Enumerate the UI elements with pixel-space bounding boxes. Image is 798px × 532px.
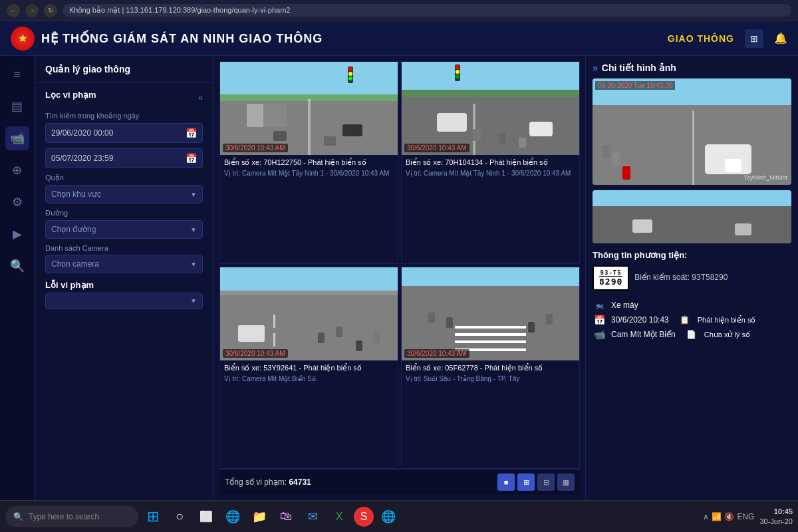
view-btn-grid9[interactable]: ⊟ — [537, 473, 555, 491]
wifi-icon: 📶 — [712, 512, 722, 521]
sidebar-crosshair-icon[interactable]: ⊕ — [5, 158, 29, 182]
road-dropdown-arrow: ▼ — [190, 226, 197, 233]
view-btn-grid16[interactable]: ▦ — [557, 473, 575, 491]
camera-detail-icon: 📹 — [593, 329, 606, 340]
status-value: Chưa xử lý số — [704, 331, 750, 339]
notification-bell-icon[interactable]: 🔔 — [774, 32, 787, 45]
taskbar-search-placeholder: Type here to search — [29, 512, 99, 521]
plate-number-label: Biển kiểm soát: 93T58290 — [634, 273, 728, 282]
video-card-2[interactable]: 30/6/2020 10:43 AM Biển số xe: 70H104134… — [401, 61, 580, 264]
taskbar-clock: 10:45 30-Jun-20 — [759, 507, 793, 526]
total-label: Tổng số vi phạm: — [225, 477, 287, 487]
view-btn-grid4[interactable]: ⊞ — [517, 473, 535, 491]
taskbar-search[interactable]: 🔍 Type here to search — [5, 506, 138, 527]
left-panel: Quản lý giao thông Lọc vi phạm « Tìm kiế… — [35, 56, 214, 500]
taskbar-folder-icon[interactable]: 📁 — [247, 505, 271, 529]
right-panel-title: Chi tiết hình ảnh — [593, 63, 791, 73]
filter-section: Lọc vi phạm « Tìm kiếm trong khoảng ngày… — [35, 83, 213, 500]
calendar-to-icon: 📅 — [186, 153, 197, 164]
refresh-button[interactable]: ↻ — [44, 4, 57, 17]
video-image-4: 30/6/2020 10:43 AM — [402, 267, 579, 360]
calendar-detail-icon: 📅 — [593, 315, 606, 325]
logo-area: ⭐ HỆ THỐNG GIÁM SÁT AN NINH GIAO THÔNG — [11, 27, 323, 51]
date-from-value: 29/06/2020 00:00 — [51, 128, 113, 138]
vehicle-info-title: Thông tin phương tiện: — [593, 250, 791, 260]
camera-placeholder: Chon camera — [51, 259, 99, 269]
taskbar-windows-icon[interactable]: ⊞ — [141, 505, 165, 529]
taskbar-store-icon[interactable]: 🛍 — [274, 505, 298, 529]
url-bar[interactable]: Không bảo mật | 113.161.179.120:389/giao… — [63, 4, 791, 17]
video-card-4[interactable]: 30/6/2020 10:43 AM Biển số xe: 05F62778 … — [401, 267, 580, 469]
road-select[interactable]: Chọn đường ▼ — [45, 220, 203, 239]
video-image-3: 30/6/2020 10:43 AM — [220, 267, 398, 360]
panel-title: Quản lý giao thông — [35, 56, 213, 83]
vehicle-type-value: Xe máy — [611, 301, 638, 310]
app-title: HỆ THỐNG GIÁM SÁT AN NINH GIAO THÔNG — [41, 31, 323, 46]
motorcycle-icon: 🏍 — [593, 300, 606, 311]
district-label: Quận — [45, 174, 203, 182]
video-info-4: Biển số xe: 05F62778 - Phát hiện biển số… — [402, 360, 579, 386]
taskbar-chrome-icon[interactable]: 🌐 — [376, 505, 400, 529]
video-card-1[interactable]: 30/6/2020 10:43 AM Biển số xe: 70H122750… — [219, 61, 398, 264]
search-glass-icon: 🔍 — [13, 512, 23, 521]
vehicle-type-row: 🏍 Xe máy — [593, 300, 791, 311]
video-card-3[interactable]: 30/6/2020 10:43 AM Biển số xe: 53Y92641 … — [219, 267, 398, 469]
taskbar-mail-icon[interactable]: ✉ — [301, 505, 325, 529]
browser-bar: ← → ↻ Không bảo mật | 113.161.179.120:38… — [0, 0, 798, 21]
video-timestamp-4: 30/6/2020 10:43 AM — [404, 349, 469, 358]
bottom-bar: Tổng số vi phạm: 64731 ■ ⊞ ⊟ ▦ — [219, 469, 580, 495]
taskbar-edge-icon[interactable]: 🌐 — [221, 505, 245, 529]
violation-select[interactable]: ▼ — [45, 293, 203, 309]
camera-select[interactable]: Chon camera ▼ — [45, 255, 203, 273]
sidebar-search-icon[interactable]: 🔍 — [5, 254, 29, 278]
video-timestamp-1: 30/6/2020 10:43 AM — [223, 144, 288, 152]
date-to-input[interactable]: 05/07/2020 23:59 📅 — [45, 148, 203, 168]
detail-datetime: 30/6/2020 10:43 — [611, 315, 669, 325]
video-timestamp-2: 30/6/2020 10:43 AM — [404, 144, 469, 152]
video-timestamp-3: 30/6/2020 10:43 AM — [223, 349, 288, 358]
detail-watermark: TayMinh_MitMot — [743, 174, 787, 181]
filter-title: Lọc vi phạm — [45, 90, 96, 100]
sys-tray-icons: ∧ 📶 🔇 ENG — [703, 512, 754, 521]
grid-icon-button[interactable]: ⊞ — [745, 29, 763, 48]
video-image-1: 30/6/2020 10:43 AM — [220, 62, 398, 155]
sidebar-play-icon[interactable]: ▶ — [5, 222, 29, 246]
sidebar-menu-icon[interactable]: ≡ — [5, 63, 29, 86]
datetime-row: 📅 30/6/2020 10:43 📋 Phát hiện biển số — [593, 315, 791, 325]
sidebar-chart-icon[interactable]: ▤ — [5, 94, 29, 118]
center-panel: 30/6/2020 10:43 AM Biển số xe: 70H122750… — [214, 56, 585, 500]
taskbar-app5-icon[interactable]: S — [354, 507, 374, 527]
taskbar-taskview-icon[interactable]: ⬜ — [194, 505, 218, 529]
camera-list-label: Danh sách Camera — [45, 244, 203, 252]
camera-name-value: Cam Mít Một Biển — [611, 330, 676, 339]
logo-icon: ⭐ — [11, 27, 35, 51]
district-select[interactable]: Chọn khu vực ▼ — [45, 185, 203, 203]
sidebar-camera-icon[interactable]: 📹 — [5, 126, 29, 150]
taskbar: 🔍 Type here to search ⊞ ○ ⬜ 🌐 📁 🛍 ✉ X S … — [0, 500, 798, 532]
video-grid: 30/6/2020 10:43 AM Biển số xe: 70H122750… — [219, 61, 580, 469]
taskbar-search-icon[interactable]: ○ — [168, 505, 192, 529]
detail-image-main: 06-30-2020 Tue 10:43:30 TayMinh_MitMot — [593, 78, 791, 185]
calendar-from-icon: 📅 — [186, 128, 197, 138]
license-plate-box: 93-T5 8290 — [593, 265, 629, 291]
road-label: Đường — [45, 209, 203, 217]
forward-button[interactable]: → — [25, 4, 39, 17]
camera-row: 📹 Cam Mít Một Biển 📄 Chưa xử lý số — [593, 329, 791, 340]
top-header: ⭐ HỆ THỐNG GIÁM SÁT AN NINH GIAO THÔNG G… — [0, 21, 798, 56]
volume-icon[interactable]: 🔇 — [724, 512, 734, 521]
chevron-up-icon[interactable]: ∧ — [703, 512, 709, 521]
video-info-1: Biển số xe: 70H122750 - Phát hiện biển s… — [220, 155, 398, 181]
camera-dropdown-arrow: ▼ — [190, 261, 197, 268]
collapse-icon[interactable]: « — [198, 93, 203, 102]
violation-type-icon: 📋 — [680, 315, 690, 325]
district-dropdown-arrow: ▼ — [190, 191, 197, 198]
view-btn-single[interactable]: ■ — [497, 473, 515, 491]
back-button[interactable]: ← — [7, 4, 20, 17]
date-from-input[interactable]: 29/06/2020 00:00 📅 — [45, 123, 203, 143]
app-container: ⭐ HỆ THỐNG GIÁM SÁT AN NINH GIAO THÔNG G… — [0, 21, 798, 500]
violation-type-label: Lỗi vi phạm — [45, 280, 203, 290]
header-right: GIAO THÔNG ⊞ 🔔 — [668, 29, 787, 48]
sidebar-settings-icon[interactable]: ⚙ — [5, 190, 29, 214]
taskbar-excel-icon[interactable]: X — [327, 505, 351, 529]
view-buttons: ■ ⊞ ⊟ ▦ — [497, 473, 575, 491]
